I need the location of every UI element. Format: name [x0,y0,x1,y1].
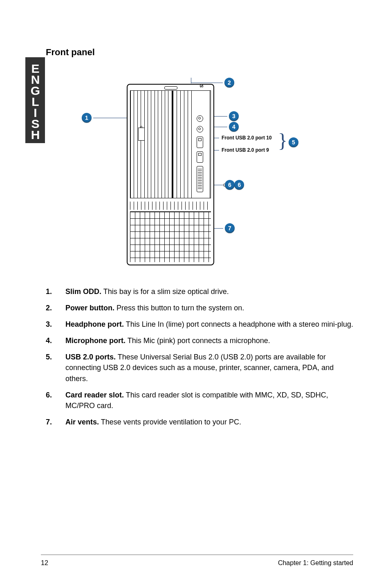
pc-tower-illustration: /SUS [127,84,214,265]
page-number: 12 [41,559,48,567]
callout-1-badge: 1 [82,113,92,123]
usb-port-icon [197,151,203,163]
callout-6-badge-b: 6 [225,180,235,190]
callout-4-badge: 4 [229,122,239,132]
list-item: 1. Slim ODD. This bay is for a slim size… [46,286,353,297]
brace-icon: } [278,131,287,150]
chapter-label: Chapter 1: Getting started [278,559,353,567]
front-panel-diagram: 1 2 3 4 Front USB 2.0 port 10 Front US [82,78,311,274]
card-reader-slot-icon [197,166,203,192]
callout-3-badge: 3 [229,111,239,121]
callout-5-badge: 5 [289,137,298,147]
language-tab: ENGLISH [25,57,45,143]
section-title: Front panel [46,47,95,58]
list-item: 5. USB 2.0 ports. These Universal Serial… [46,352,353,384]
list-item: 7. Air vents. These vents provide ventil… [46,417,353,427]
list-item: 6. Card reader slot. This card reader sl… [46,390,353,411]
mic-jack-icon [197,126,203,132]
footer-divider [41,554,353,555]
usb-port-icon [197,137,203,148]
io-panel-icon: /SUS [173,90,211,198]
language-label: ENGLISH [28,62,42,139]
callout-7-badge: 7 [225,223,235,233]
svg-text:/SUS: /SUS [199,84,204,88]
list-item: 3. Headphone port. This Line In (lime) p… [46,319,353,330]
headphone-jack-icon [197,115,203,122]
list-item: 2. Power button. Press this button to tu… [46,303,353,313]
description-list: 1. Slim ODD. This bay is for a slim size… [46,286,353,433]
power-button-icon [164,86,177,90]
page: ENGLISH Front panel 1 2 3 4 Front [0,0,390,588]
callout-2-badge: 2 [224,78,234,88]
list-item: 4. Microphone port. This Mic (pink) port… [46,335,353,346]
usb-port-9-label: Front USB 2.0 port 9 [222,147,269,153]
asus-logo-icon: /SUS [199,84,204,94]
odd-bay-icon [130,90,173,198]
callout-6-badge: 6 [234,180,244,190]
air-vents-icon [130,211,211,262]
usb-port-10-label: Front USB 2.0 port 10 [222,135,272,141]
